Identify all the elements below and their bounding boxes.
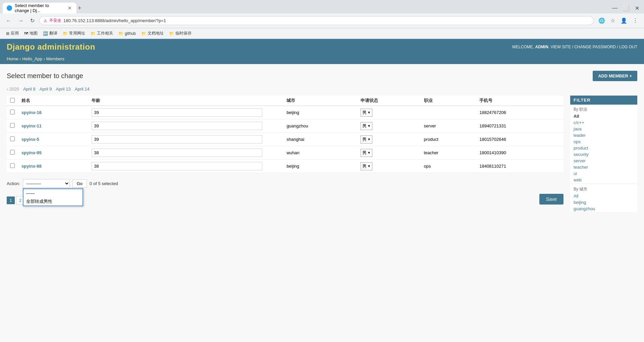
filter-item-1-1[interactable]: beijing <box>570 199 637 206</box>
row-job-cell: product <box>421 133 476 146</box>
bookmark-item[interactable]: 📁常用网址 <box>61 30 87 37</box>
bookmark-item[interactable]: 📁工作相关 <box>89 30 115 37</box>
member-name-link[interactable]: spyinx-95 <box>21 150 42 155</box>
breadcrumb-current: Members <box>46 56 64 61</box>
bookmark-label: github <box>125 31 136 36</box>
reload-button[interactable]: ↻ <box>28 16 37 25</box>
age-input-0[interactable] <box>92 108 262 117</box>
change-password-link[interactable]: CHANGE PASSWORD <box>574 45 616 49</box>
new-tab-button[interactable]: + <box>78 5 82 12</box>
bookmark-icon: 📁 <box>141 31 146 36</box>
logout-link[interactable]: LOG OUT <box>619 45 637 49</box>
filter-item-0-9[interactable]: ui <box>570 170 637 177</box>
pagination-bar: 12...102 membersShow all Save <box>7 193 564 205</box>
profile-button[interactable]: 👤 <box>619 16 629 25</box>
filter-item-0-3[interactable]: leader <box>570 132 637 138</box>
row-checkbox-0[interactable] <box>10 110 15 114</box>
date-filter-link[interactable]: April 9 <box>40 87 52 92</box>
age-input-2[interactable] <box>92 135 262 144</box>
row-empty-cell <box>266 146 283 160</box>
date-filter-link[interactable]: April 8 <box>23 87 36 92</box>
row-checkbox-1[interactable] <box>10 123 15 128</box>
filter-item-0-6[interactable]: security <box>570 151 637 158</box>
address-bar[interactable]: ⚠ 不安全 180.76.152.113:8888/admin/hello_ap… <box>39 16 594 25</box>
bookmark-item[interactable]: 🗺地图 <box>22 30 40 37</box>
view-site-link[interactable]: VIEW SITE <box>550 45 571 49</box>
age-input-4[interactable] <box>92 162 262 170</box>
bookmark-icon: 📁 <box>118 31 123 36</box>
minimize-button[interactable]: — <box>610 5 620 11</box>
action-dropdown: —— 全部转成男性 <box>23 188 83 206</box>
page-1-button[interactable]: 1 <box>7 196 15 204</box>
member-name-link[interactable]: spyinx-16 <box>21 110 42 115</box>
page-title: Select member to change <box>7 72 83 80</box>
filter-item-0-10[interactable]: web <box>570 177 637 183</box>
close-button[interactable]: ✕ <box>633 5 641 11</box>
filter-item-1-0[interactable]: All <box>570 193 637 199</box>
table-row: spyinx-11 guangzhou 男 ▼ server 189407213… <box>7 119 564 133</box>
row-checkbox-cell <box>7 146 18 160</box>
bookmark-item[interactable]: 📁文档地址 <box>139 30 166 37</box>
bookmark-label: 翻译 <box>49 31 57 36</box>
member-name-link[interactable]: spyinx-11 <box>21 123 42 128</box>
prev-year-link[interactable]: ‹ 2020 <box>7 87 19 92</box>
django-admin: Django administration WELCOME, ADMIN. VI… <box>0 39 644 342</box>
gender-select-2[interactable]: 男 ▼ <box>361 135 372 144</box>
gender-select-1[interactable]: 男 ▼ <box>361 122 372 130</box>
row-job-cell <box>421 106 476 119</box>
add-member-button[interactable]: ADD MEMBER + <box>593 71 637 81</box>
row-checkbox-cell <box>7 133 18 146</box>
save-button[interactable]: Save <box>539 194 564 205</box>
row-checkbox-cell <box>7 160 18 173</box>
row-checkbox-2[interactable] <box>10 136 15 141</box>
forward-button[interactable]: → <box>16 16 25 25</box>
admin-title: Django administration <box>7 42 95 52</box>
age-input-1[interactable] <box>92 122 262 130</box>
filter-header: FILTER <box>570 96 637 105</box>
col-header-age: 年龄 <box>88 96 266 106</box>
bookmark-item[interactable]: ⊞应用 <box>4 30 21 37</box>
dropdown-option-convert[interactable]: 全部转成男性 <box>23 197 83 206</box>
bookmark-item[interactable]: 📁github <box>116 31 138 37</box>
browser-toolbar: ← → ↻ ⚠ 不安全 180.76.152.113:8888/admin/he… <box>0 13 644 28</box>
filter-sections: By 职业Allc/c++javaleaderopsproductsecurit… <box>570 105 637 212</box>
active-tab[interactable]: 🌐 Select member to change | Dj... ✕ <box>3 3 76 13</box>
translate-button[interactable]: 🌐 <box>596 16 607 25</box>
member-name-link[interactable]: spyinx-5 <box>21 137 39 142</box>
breadcrumb-home[interactable]: Home <box>7 56 18 61</box>
gender-select-3[interactable]: 男 ▼ <box>361 149 372 157</box>
row-checkbox-4[interactable] <box>10 163 15 168</box>
filter-item-0-5[interactable]: product <box>570 145 637 151</box>
action-select[interactable]: ---------- —————— 全部转成男性 <box>23 179 70 188</box>
filter-item-0-0[interactable]: All <box>570 113 637 119</box>
menu-button[interactable]: ⋮ <box>631 16 640 25</box>
row-checkbox-3[interactable] <box>10 150 15 155</box>
member-name-link[interactable]: spyinx-88 <box>21 164 42 169</box>
gender-select-0[interactable]: 男 ▼ <box>361 109 372 117</box>
maximize-button[interactable]: ⬜ <box>621 5 632 11</box>
col-header-phone: 手机号 <box>476 96 564 106</box>
breadcrumb-app[interactable]: Hello_App <box>22 56 42 61</box>
filter-item-0-1[interactable]: c/c++ <box>570 119 637 126</box>
age-input-3[interactable] <box>92 149 262 157</box>
bookmark-item[interactable]: 🔤翻译 <box>41 30 59 37</box>
date-filter-link[interactable]: April 14 <box>75 87 90 92</box>
filter-item-0-7[interactable]: server <box>570 158 637 164</box>
filter-item-0-8[interactable]: teacher <box>570 164 637 170</box>
back-button[interactable]: ← <box>4 16 13 25</box>
data-table: 姓名 年龄 城市 申请状态 职业 手机号 spyinx- <box>7 96 564 173</box>
bookmark-label: 工作相关 <box>97 31 113 36</box>
bookmark-button[interactable]: ☆ <box>608 16 617 25</box>
select-all-checkbox[interactable] <box>10 98 15 103</box>
row-phone-cell: 18824767206 <box>476 106 564 119</box>
gender-select-4[interactable]: 男 ▼ <box>361 162 372 170</box>
go-button[interactable]: Go <box>72 179 87 188</box>
filter-item-0-4[interactable]: ops <box>570 138 637 145</box>
row-status-cell: 男 ▼ <box>357 160 420 173</box>
tab-close-button[interactable]: ✕ <box>67 5 72 11</box>
filter-item-1-2[interactable]: guangzhou <box>570 206 637 212</box>
date-filter-link[interactable]: April 13 <box>56 87 71 92</box>
row-status-cell: 男 ▼ <box>357 106 420 119</box>
bookmark-item[interactable]: 📁临时保存 <box>167 30 194 37</box>
filter-item-0-2[interactable]: java <box>570 126 637 132</box>
